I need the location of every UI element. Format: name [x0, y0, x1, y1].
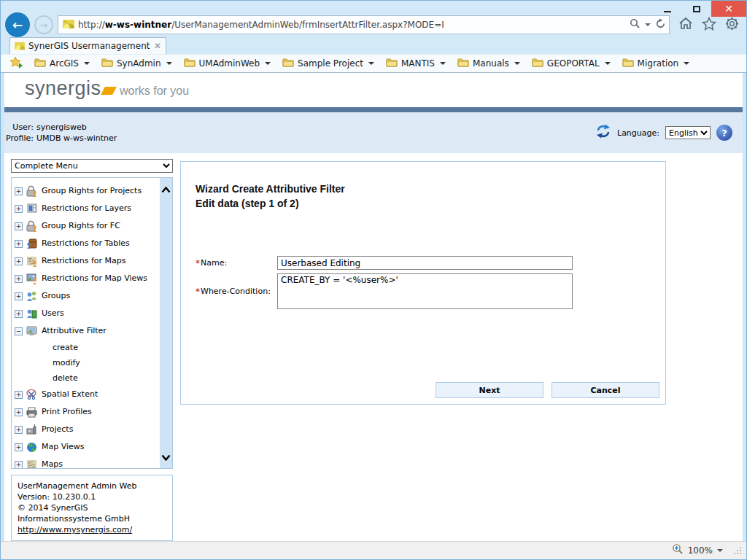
zoom-level: 100% — [688, 545, 713, 556]
expand-icon[interactable]: + — [15, 205, 23, 213]
content-row: Complete Menu +Group Rights for Projects… — [4, 153, 743, 541]
status-bar: 100% — [1, 541, 746, 559]
url-text[interactable]: http://w-ws-wintner/UserManagementAdminW… — [78, 20, 630, 30]
favorites-star-icon[interactable] — [702, 17, 716, 34]
expand-icon[interactable]: + — [15, 292, 23, 300]
tree-item-restrictions-for-layers[interactable]: +Restrictions for Layers — [15, 200, 160, 217]
back-arrow-icon: ← — [12, 19, 23, 31]
tree-item-label: Restrictions for Layers — [42, 204, 131, 213]
copyright-line2: Informationssysteme GmbH — [18, 513, 166, 524]
expand-icon[interactable]: + — [15, 461, 23, 469]
refresh-icon[interactable] — [655, 18, 666, 32]
tree-subitem-delete[interactable]: delete — [15, 370, 160, 386]
tree-item-group-rights-for-fc[interactable]: +Group Rights for FC — [15, 217, 160, 235]
lock-user-icon — [25, 219, 39, 233]
favorite-item-mantis[interactable]: MANTIS — [383, 55, 452, 71]
folder-icon — [386, 58, 398, 69]
language-label: Language: — [617, 128, 659, 138]
tree-item-restrictions-for-map-views[interactable]: +Restrictions for Map Views — [15, 270, 160, 287]
tree-item-maps[interactable]: +Maps — [15, 456, 160, 468]
menu-tree-panel: +Group Rights for Projects+Restrictions … — [11, 177, 173, 469]
tree-item-restrictions-for-tables[interactable]: +Restrictions for Tables — [15, 235, 160, 252]
tree-item-map-views[interactable]: +Map Views — [15, 438, 160, 456]
tree-scrollbar[interactable] — [160, 178, 172, 468]
favorite-caret-icon — [166, 62, 172, 65]
collapse-icon[interactable]: − — [15, 327, 23, 335]
home-icon[interactable] — [678, 17, 693, 33]
expand-icon[interactable]: + — [15, 187, 23, 195]
name-input[interactable] — [277, 256, 573, 270]
tab-synergis-usermanagement[interactable]: SynerGIS Usermanagement ... ✕ — [9, 37, 166, 54]
app-name: UserManagement Admin Web — [18, 481, 166, 491]
folder-icon — [622, 58, 634, 69]
tree-item-attributive-filter[interactable]: −Attributive Filter — [15, 322, 160, 340]
url-host: w-ws-wintner — [105, 20, 171, 30]
search-options-caret-icon[interactable] — [645, 23, 651, 26]
map-texture-user-icon — [25, 254, 39, 268]
cancel-button[interactable]: Cancel — [551, 382, 659, 398]
refresh-language-icon[interactable] — [595, 124, 611, 141]
favorite-label: Migration — [638, 58, 679, 69]
synergis-link[interactable]: http://www.mysynergis.com/ — [18, 525, 132, 534]
expand-icon[interactable]: + — [15, 257, 23, 265]
tree-item-projects[interactable]: +Projects — [15, 421, 160, 438]
tree-item-spatial-extent[interactable]: +Spatial Extent — [15, 386, 160, 403]
help-icon[interactable]: ? — [716, 125, 732, 141]
expand-icon[interactable]: + — [15, 222, 23, 230]
expand-icon[interactable]: + — [15, 240, 23, 248]
expand-icon[interactable]: + — [15, 443, 23, 451]
favorite-item-umadminweb[interactable]: UMAdminWeb — [181, 55, 277, 71]
forward-button[interactable]: → — [34, 15, 53, 34]
resize-grip[interactable] — [733, 544, 742, 558]
attributive-filter-icon — [25, 324, 39, 338]
menu-mode-select[interactable]: Complete Menu — [11, 159, 173, 173]
next-button[interactable]: Next — [436, 382, 543, 398]
tab-close-icon[interactable]: ✕ — [154, 41, 161, 51]
tree-subitem-create[interactable]: create — [15, 340, 160, 355]
forward-arrow-icon: → — [40, 20, 48, 30]
tree-item-group-rights-for-projects[interactable]: +Group Rights for Projects — [15, 182, 160, 200]
favorite-item-migration[interactable]: Migration — [619, 55, 696, 71]
back-button[interactable]: ← — [5, 12, 30, 37]
favorite-caret-icon — [684, 62, 689, 65]
tree-item-restrictions-for-maps[interactable]: +Restrictions for Maps — [15, 252, 160, 270]
favorite-item-sample-project[interactable]: Sample Project — [279, 55, 380, 71]
print-profiles-icon — [25, 405, 39, 419]
favorite-item-arcgis[interactable]: ArcGIS — [31, 55, 96, 71]
expand-icon[interactable]: + — [15, 391, 23, 399]
folder-icon — [532, 58, 543, 69]
settings-gear-icon[interactable] — [725, 17, 739, 34]
favorite-label: ArcGIS — [50, 58, 79, 69]
folder-icon — [457, 58, 469, 69]
zoom-magnifier-icon[interactable] — [672, 543, 684, 558]
expand-icon[interactable]: + — [15, 426, 23, 434]
add-favorite-icon[interactable] — [9, 56, 24, 71]
language-select[interactable]: English — [665, 126, 711, 139]
maximize-icon — [693, 6, 700, 12]
favorite-item-geoportal[interactable]: GEOPORTAL — [529, 55, 616, 71]
expand-icon[interactable]: + — [15, 310, 23, 318]
favorite-item-synadmin[interactable]: SynAdmin — [98, 55, 178, 71]
scroll-up-icon[interactable] — [161, 182, 171, 196]
app-version-box: UserManagement Admin Web Version: 10.230… — [11, 475, 173, 541]
mapview-user-icon — [25, 272, 39, 285]
favorite-caret-icon — [265, 62, 271, 65]
tree-item-groups[interactable]: +Groups — [15, 287, 160, 305]
where-condition-textarea[interactable] — [277, 273, 573, 309]
favorite-caret-icon — [514, 62, 520, 65]
favorite-item-manuals[interactable]: Manuals — [454, 55, 526, 71]
zoom-caret-icon[interactable] — [717, 549, 723, 552]
scroll-down-icon[interactable] — [161, 450, 171, 464]
tree-item-print-profiles[interactable]: +Print Profiles — [15, 403, 160, 421]
address-bar[interactable]: http://w-ws-wintner/UserManagementAdminW… — [58, 15, 670, 34]
expand-icon[interactable]: + — [15, 408, 23, 416]
wizard-title: Wizard Create Attributive Filter — [196, 182, 665, 196]
search-icon[interactable] — [630, 18, 640, 32]
main-area: Wizard Create Attributive Filter Edit da… — [173, 153, 743, 541]
expand-icon[interactable]: + — [15, 275, 23, 283]
tree-item-users[interactable]: +Users — [15, 305, 160, 322]
tree-subitem-modify[interactable]: modify — [15, 355, 160, 370]
tree-item-label: Projects — [42, 425, 73, 434]
where-condition-label: Where-Condition: — [201, 287, 271, 296]
tree-item-label: Spatial Extent — [42, 390, 98, 399]
